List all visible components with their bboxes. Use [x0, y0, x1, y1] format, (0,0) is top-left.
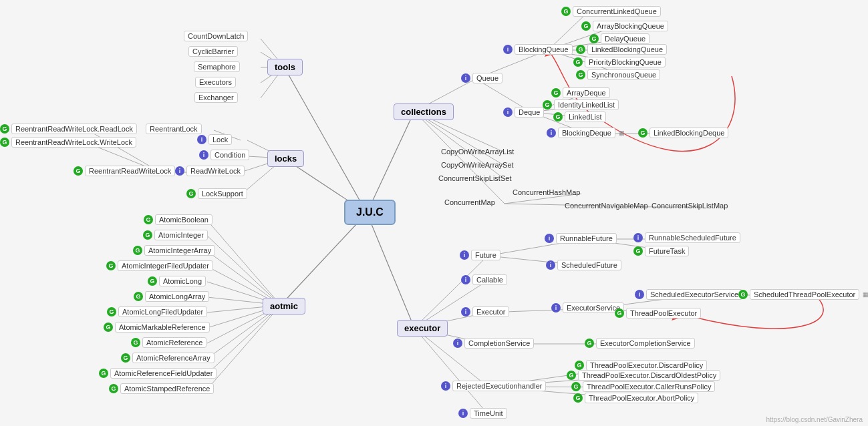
sq-label: SynchronousQueue — [587, 69, 660, 80]
tpe-icon: G — [615, 308, 624, 318]
bd-icon: i — [547, 128, 556, 138]
lbq-icon: G — [576, 45, 585, 54]
bq-icon: i — [503, 45, 513, 54]
node-identitylinkedlist: G IdentityLinkedList — [543, 99, 619, 110]
node-tpe-abortpolicy: G ThreadPoolExecutor.AbortPolicy — [573, 393, 698, 403]
collections-label[interactable]: collections — [394, 103, 454, 120]
pbq-icon: G — [573, 57, 583, 67]
cs-label: CompletionService — [464, 338, 534, 349]
category-locks[interactable]: locks — [267, 150, 304, 167]
clq-label: ConcurrentLinkedQueue — [573, 6, 661, 17]
node-concurrentskiplistmap: ConcurrentSkipListMap — [648, 201, 731, 210]
aifu-label: AtomicIntegerFiledUpdater — [118, 260, 213, 271]
tu-icon: i — [458, 409, 468, 418]
sq-icon: G — [576, 70, 585, 79]
node-atomicintegerarray: G AtomicIntegerArray — [133, 245, 215, 256]
node-reentrantreadwritelock: G ReentrantReadWriteLock — [74, 166, 175, 176]
abq-icon: G — [581, 21, 591, 31]
ad-icon: G — [551, 88, 561, 97]
node-atomicboolean: G AtomicBoolean — [144, 214, 212, 225]
aotmic-label[interactable]: aotmic — [263, 298, 305, 314]
node-deque: i Deque — [503, 107, 544, 118]
node-runnablefuture: i RunnableFuture — [545, 233, 617, 244]
tpe-dp-icon: G — [575, 361, 584, 370]
exchanger-label: Exchanger — [194, 92, 238, 103]
node-scheduledexecutorservice: i ScheduledExecutorService — [635, 289, 742, 300]
category-executor[interactable]: executor — [397, 320, 448, 337]
node-readwritelock: i ReadWriteLock — [175, 166, 245, 176]
node-copyonwritearrayset: CopyOnWriteArraySet — [438, 160, 517, 170]
queue-label: Queue — [472, 73, 502, 83]
node-linkedlist: G LinkedList — [553, 112, 606, 122]
tools-label[interactable]: tools — [267, 59, 303, 75]
node-concurrentnavigablemap: ConcurrentNavigableMap — [561, 201, 652, 210]
juc-label[interactable]: J.U.C — [344, 200, 396, 225]
category-collections[interactable]: collections — [394, 103, 454, 120]
lbq-label: LinkedBlockingQueue — [587, 44, 667, 55]
node-lock: i Lock — [197, 134, 232, 145]
node-reentrantlock: ReentrantLock — [146, 124, 202, 134]
category-aotmic[interactable]: aotmic — [263, 298, 305, 314]
node-atomiclongfiledupdater: G AtomicLongFiledUpdater — [107, 306, 207, 317]
cyclicbarrier-label: CyclicBarrier — [188, 46, 238, 57]
node-futuretask: G FutureTask — [633, 246, 689, 256]
al-label: AtomicLong — [159, 276, 206, 286]
lock-label: Lock — [208, 134, 232, 145]
stpe-icon: G — [738, 290, 748, 299]
arfu-label: AtomicReferenceFieldUpdater — [110, 368, 216, 379]
cm-label: ConcurrentMap — [441, 198, 498, 207]
node-countdownlatch: CountDownLatch — [184, 31, 248, 41]
category-tools[interactable]: tools — [267, 59, 303, 75]
node-delayqueue: G DelayQueue — [589, 33, 649, 44]
node-atomicreferencearray: G AtomicReferenceArray — [121, 353, 214, 363]
cowas-label: CopyOnWriteArraySet — [438, 160, 517, 170]
abq-label: ArrayBlockingQueue — [593, 21, 668, 31]
node-rrwl-readlock: G ReentrantReadWriteLock.ReadLock — [0, 124, 137, 134]
svg-line-18 — [207, 220, 281, 305]
future-label: Future — [471, 250, 500, 260]
node-scheduledthreadpoolexecutor: G ScheduledThreadPoolExecutor ▦ — [738, 289, 868, 300]
alfu-label: AtomicLongFiledUpdater — [118, 306, 207, 317]
ar-icon: G — [131, 338, 140, 347]
stpe-label: ScheduledThreadPoolExecutor — [750, 289, 859, 300]
ala-label: AtomicLongArray — [145, 291, 209, 302]
executor-label: Executor — [472, 306, 509, 317]
alfu-icon: G — [107, 307, 116, 316]
node-executorcompletionservice: G ExecutorCompletionService — [585, 338, 695, 349]
ab-icon: G — [144, 215, 153, 224]
svg-line-3 — [367, 112, 414, 213]
ai-label: AtomicInteger — [154, 230, 208, 240]
asr-icon: G — [109, 384, 118, 393]
executors-label: Executors — [195, 77, 236, 87]
main-node[interactable]: J.U.C — [344, 200, 396, 225]
bd-label: BlockingDeque — [558, 128, 615, 138]
locks-label[interactable]: locks — [267, 150, 304, 167]
lbd-icon: G — [638, 128, 647, 138]
aifu-icon: G — [106, 261, 116, 270]
node-runnablescheduledfuture: i RunnableScheduledFuture — [633, 232, 740, 243]
node-rrwl-writelock: G ReentrantReadWriteLock.WriteLock — [0, 137, 136, 148]
node-concurrentlinkedqueue: G ConcurrentLinkedQueue — [561, 6, 661, 17]
svg-line-28 — [207, 305, 281, 374]
node-tpe-discardoldestpolicy: G ThreadPoolExecutor.DiscardOldestPolicy — [567, 370, 720, 381]
reh-label: RejectedExecutionhandler — [452, 381, 546, 391]
node-atomiclong: G AtomicLong — [148, 276, 206, 286]
callable-icon: i — [461, 275, 470, 284]
locksupport-icon: G — [186, 189, 196, 198]
semaphore-label: Semaphore — [194, 61, 240, 72]
node-future: i Future — [460, 250, 500, 260]
dq-icon: G — [589, 34, 599, 43]
executor-icon: i — [461, 307, 470, 316]
watermark: https://blog.csdn.net/GavinZhera — [766, 416, 863, 423]
executor-label[interactable]: executor — [397, 320, 448, 337]
rrwl-writelock-icon: G — [0, 138, 9, 147]
tpe-ap-label: ThreadPoolExecutor.AbortPolicy — [585, 393, 698, 403]
reh-icon: i — [441, 381, 450, 391]
svg-line-0 — [284, 67, 367, 213]
deque-label: Deque — [515, 107, 544, 118]
queue-icon: i — [461, 73, 470, 83]
node-tpe-discardpolicy: G ThreadPoolExecutor.DiscardPolicy — [575, 360, 707, 371]
node-executorservice: i ExecutorService — [551, 302, 624, 313]
dq-label: DelayQueue — [601, 33, 649, 44]
ecs-label: ExecutorCompletionService — [596, 338, 695, 349]
